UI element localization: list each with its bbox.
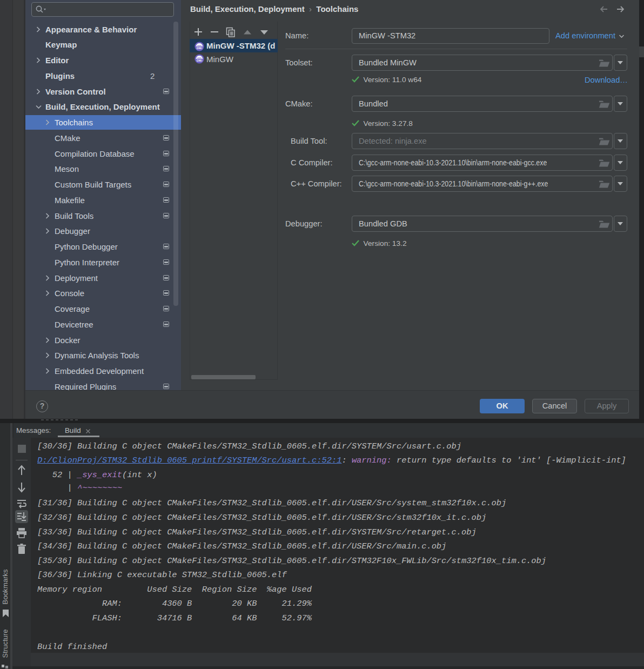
svg-text:GNU: GNU — [197, 59, 203, 62]
svg-text:GNU: GNU — [197, 47, 203, 50]
